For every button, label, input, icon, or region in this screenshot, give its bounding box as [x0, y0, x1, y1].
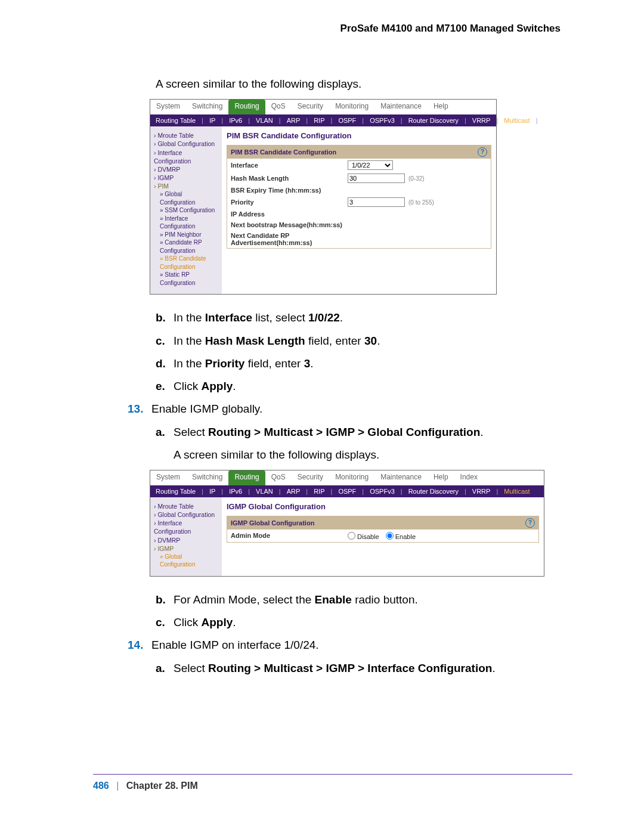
help-icon[interactable]: ?	[525, 518, 535, 528]
sidebar-item-mroute-table[interactable]: › Mroute Table	[154, 131, 218, 140]
step-14: 14.Enable IGMP on interface 1/0/24.	[128, 637, 572, 653]
subtab-rip[interactable]: RIP	[312, 117, 326, 124]
subtab-multicast[interactable]: Multicast	[502, 488, 531, 495]
subtab-vlan[interactable]: VLAN	[254, 488, 275, 495]
admin-mode-radios[interactable]: Disable Enable	[348, 531, 420, 540]
step-c1: c.In the Hash Mask Length field, enter 3…	[156, 333, 572, 349]
subtab-multicast[interactable]: Multicast	[502, 117, 531, 124]
subtab-ipv6[interactable]: IPv6	[227, 488, 244, 495]
sidebar-item-igmp[interactable]: › IGMP	[154, 174, 218, 182]
sidebar-item-global-configuration[interactable]: » Global Configuration	[154, 553, 218, 569]
tab-switching[interactable]: Switching	[186, 100, 228, 114]
field-label: BSR Expiry Time (hh:mm:ss)	[231, 187, 344, 194]
sidebar-item-interface-configuration[interactable]: › Interface Configuration	[154, 148, 218, 165]
screenshot-igmp-global: SystemSwitchingRoutingQoSSecurityMonitor…	[150, 470, 544, 577]
text-input[interactable]	[348, 174, 405, 183]
tab-help[interactable]: Help	[428, 100, 454, 114]
tab-qos[interactable]: QoS	[265, 470, 292, 485]
subtab-ospf[interactable]: OSPF	[336, 488, 358, 495]
sidebar-item-dvmrp[interactable]: › DVMRP	[154, 536, 218, 544]
groupbox-bsr: PIM BSR Candidate Configuration ? Interf…	[227, 145, 491, 249]
field-label: Interface	[231, 162, 344, 169]
panel-title: IGMP Global Configuration	[227, 502, 539, 511]
subtab-routing-table[interactable]: Routing Table	[154, 488, 197, 495]
interface-select[interactable]: 1/0/22	[348, 160, 393, 170]
subtab-ip[interactable]: IP	[208, 488, 217, 495]
form-row: Interface1/0/22	[227, 159, 491, 172]
subtab-bar-1: Routing Table|IP|IPv6|VLAN|ARP|RIP|OSPF|…	[150, 114, 496, 126]
hint-text: (0 to 255)	[408, 199, 434, 206]
sidebar-item-interface-configuration[interactable]: » Interface Configuration	[154, 215, 218, 231]
groupbox-title: PIM BSR Candidate Configuration	[231, 148, 336, 156]
sidebar-item-igmp[interactable]: › IGMP	[154, 544, 218, 553]
subtab-ip[interactable]: IP	[208, 117, 217, 124]
form-rows-1: Interface1/0/22Hash Mask Length(0-32)BSR…	[227, 159, 491, 248]
sidebar-item-global-configuration[interactable]: » Global Configuration	[154, 190, 218, 206]
text-input[interactable]	[348, 197, 405, 207]
subtab-ospfv3[interactable]: OSPFv3	[368, 117, 397, 124]
tab-system[interactable]: System	[150, 100, 186, 114]
tab-bar-2: SystemSwitchingRoutingQoSSecurityMonitor…	[150, 470, 544, 485]
subtab-ipv6[interactable]: IPv6	[227, 117, 244, 124]
groupbox-title: IGMP Global Configuration	[231, 519, 314, 527]
field-label: Hash Mask Length	[231, 175, 344, 182]
chapter-label: Chapter 28. PIM	[126, 781, 198, 791]
sidebar-item-ssm-configuration[interactable]: » SSM Configuration	[154, 206, 218, 215]
tab-index[interactable]: Index	[454, 470, 484, 485]
form-row: Next bootstrap Message(hh:mm:ss)	[227, 219, 491, 230]
sidebar-item-mroute-table[interactable]: › Mroute Table	[154, 502, 218, 510]
sidebar-item-dvmrp[interactable]: › DVMRP	[154, 165, 218, 174]
step-e1: e.Click Apply.	[156, 379, 572, 394]
hint-text: (0-32)	[408, 175, 425, 182]
sidebar-item-global-configuration[interactable]: › Global Configuration	[154, 510, 218, 519]
sidebar-item-pim[interactable]: › PIM	[154, 182, 218, 190]
subtab-arp[interactable]: ARP	[285, 117, 302, 124]
subtab-arp[interactable]: ARP	[285, 488, 302, 495]
sidebar-item-bsr-candidate-configuration[interactable]: » BSR Candidate Configuration	[154, 255, 218, 271]
sidebar-item-global-configuration[interactable]: › Global Configuration	[154, 140, 218, 148]
step-b1: b.In the Interface list, select 1/0/22.	[156, 310, 572, 326]
field-label: IP Address	[231, 210, 344, 218]
sidebar-2: › Mroute Table› Global Configuration› In…	[150, 497, 222, 576]
body-text: A screen similar to the following displa…	[174, 447, 572, 463]
tab-qos[interactable]: QoS	[265, 100, 292, 114]
sidebar-item-interface-configuration[interactable]: › Interface Configuration	[154, 519, 218, 535]
subtab-ospfv3[interactable]: OSPFv3	[368, 488, 397, 495]
sidebar-item-candidate-rp-configuration[interactable]: » Candidate RP Configuration	[154, 239, 218, 255]
form-row: Next Candidate RP Advertisement(hh:mm:ss…	[227, 230, 491, 248]
subtab-rip[interactable]: RIP	[312, 488, 326, 495]
screenshot-pim-bsr: SystemSwitchingRoutingQoSSecurityMonitor…	[150, 99, 497, 295]
tab-system[interactable]: System	[150, 470, 186, 485]
tab-routing[interactable]: Routing	[228, 470, 265, 485]
subtab-routing-table[interactable]: Routing Table	[154, 117, 197, 124]
groupbox-igmp: IGMP Global Configuration ? Admin Mode D…	[227, 516, 539, 543]
sidebar-item-static-rp-configuration[interactable]: » Static RP Configuration	[154, 271, 218, 287]
tab-maintenance[interactable]: Maintenance	[374, 100, 428, 114]
help-icon[interactable]: ?	[478, 147, 487, 157]
running-header: ProSafe M4100 and M7100 Managed Switches	[93, 23, 561, 35]
page-footer: 486 | Chapter 28. PIM	[93, 774, 572, 791]
sidebar-1: › Mroute Table› Global Configuration› In…	[150, 126, 222, 294]
subtab-vrrp[interactable]: VRRP	[470, 488, 493, 495]
subtab-router-discovery[interactable]: Router Discovery	[407, 117, 460, 124]
tab-security[interactable]: Security	[292, 470, 329, 485]
tab-switching[interactable]: Switching	[186, 470, 228, 485]
tab-security[interactable]: Security	[292, 100, 329, 114]
admin-mode-row: Admin Mode Disable Enable	[227, 529, 538, 542]
form-row: BSR Expiry Time (hh:mm:ss)	[227, 185, 491, 196]
subtab-ipv6-multicast[interactable]: IPv6 Multicast	[542, 117, 586, 124]
tab-routing[interactable]: Routing	[228, 100, 265, 114]
disable-radio[interactable]	[348, 532, 355, 540]
tab-help[interactable]: Help	[428, 470, 454, 485]
subtab-ospf[interactable]: OSPF	[336, 117, 358, 124]
field-label: Next Candidate RP Advertisement(hh:mm:ss…	[231, 232, 344, 246]
subtab-vrrp[interactable]: VRRP	[470, 117, 493, 124]
subtab-router-discovery[interactable]: Router Discovery	[407, 488, 460, 495]
tab-maintenance[interactable]: Maintenance	[374, 470, 428, 485]
step-a3: a.Select Routing > Multicast > IGMP > In…	[156, 661, 572, 676]
subtab-vlan[interactable]: VLAN	[254, 117, 275, 124]
tab-monitoring[interactable]: Monitoring	[329, 100, 374, 114]
enable-radio[interactable]	[386, 532, 394, 540]
tab-monitoring[interactable]: Monitoring	[329, 470, 374, 485]
sidebar-item-pim-neighbor[interactable]: » PIM Neighbor	[154, 231, 218, 239]
